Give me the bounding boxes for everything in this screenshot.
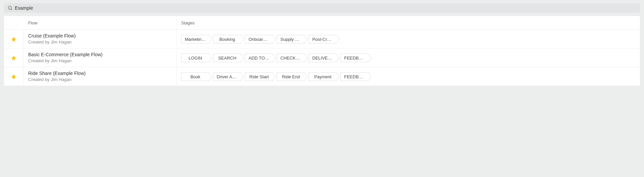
- chevron-right-icon: [336, 54, 339, 62]
- stage-chip[interactable]: FEEDBACK: [340, 72, 371, 81]
- star-icon: [11, 74, 17, 80]
- flow-meta: Created by Jim Hagan: [28, 58, 176, 64]
- stage-chip[interactable]: Booking: [213, 35, 244, 43]
- chevron-right-icon: [209, 72, 212, 81]
- stages-cell: LOGINSEARCHADD TO …CHECKO…DELIVERYFEEDBA…: [176, 49, 640, 67]
- column-flow-label: Flow: [28, 20, 176, 25]
- chevron-right-icon: [304, 72, 307, 81]
- stage-chip[interactable]: Ride End: [277, 72, 307, 81]
- flow-cell[interactable]: Basic E-Commerce (Example Flow)Created b…: [23, 49, 176, 67]
- stage-chip[interactable]: DELIVERY: [309, 54, 339, 62]
- stage-chip[interactable]: Ride Start: [245, 72, 275, 81]
- stage-chip[interactable]: Payment: [309, 72, 339, 81]
- chevron-right-icon: [304, 35, 307, 43]
- stage-chip-label: Marketing …: [181, 35, 209, 43]
- star-cell[interactable]: [4, 30, 23, 48]
- chevron-right-icon: [240, 35, 244, 43]
- stage-chip-label: Onboard …: [245, 35, 272, 43]
- star-icon: [11, 36, 17, 42]
- stage-chip-label: FEEDBACK: [340, 54, 368, 62]
- search-icon: [7, 5, 13, 11]
- stage-chip-label: Ride End: [277, 72, 304, 81]
- table-row[interactable]: Basic E-Commerce (Example Flow)Created b…: [4, 48, 640, 67]
- stage-chip[interactable]: Driver As…: [213, 72, 244, 81]
- stage-chip-label: Supply C…: [277, 35, 304, 43]
- table-header: Flow Stages: [4, 16, 640, 29]
- stage-chip-label: Booking: [213, 35, 240, 43]
- stage-chip-label: DELIVERY: [309, 54, 336, 62]
- chevron-right-icon: [368, 54, 371, 62]
- chevron-right-icon: [209, 35, 212, 43]
- chevron-right-icon: [240, 54, 244, 62]
- stage-chip-label: Book: [181, 72, 209, 81]
- stage-chip-label: LOGIN: [181, 54, 209, 62]
- chevron-right-icon: [272, 54, 275, 62]
- chevron-right-icon: [240, 72, 244, 81]
- chevron-right-icon: [336, 35, 339, 43]
- stage-chip-label: Payment: [309, 72, 336, 81]
- star-cell[interactable]: [4, 49, 23, 67]
- flow-title: Cruise (Example Flow): [28, 33, 176, 39]
- svg-point-0: [8, 6, 11, 9]
- flow-title: Basic E-Commerce (Example Flow): [28, 52, 176, 58]
- stage-chip-label: CHECKO…: [277, 54, 304, 62]
- stage-chip[interactable]: Post-Cruise: [309, 35, 339, 43]
- stage-chip[interactable]: Marketing …: [181, 35, 212, 43]
- flow-cell[interactable]: Ride Share (Example Flow)Created by Jim …: [23, 67, 176, 86]
- chevron-right-icon: [368, 72, 371, 81]
- search-input[interactable]: [15, 5, 637, 11]
- stage-chip[interactable]: LOGIN: [181, 54, 212, 62]
- stage-chip[interactable]: CHECKO…: [277, 54, 307, 62]
- flow-meta: Created by Jim Hagan: [28, 39, 176, 45]
- stages-row: Marketing …BookingOnboard …Supply C…Post…: [181, 35, 339, 43]
- stage-chip[interactable]: SEARCH: [213, 54, 244, 62]
- table-row[interactable]: Cruise (Example Flow)Created by Jim Haga…: [4, 29, 640, 48]
- stage-chip[interactable]: Book: [181, 72, 212, 81]
- chevron-right-icon: [272, 35, 275, 43]
- flows-panel: Flow Stages Cruise (Example Flow)Created…: [4, 16, 640, 86]
- stages-cell: BookDriver As…Ride StartRide EndPaymentF…: [176, 67, 640, 86]
- column-flow-header: Flow: [23, 16, 176, 29]
- table-row[interactable]: Ride Share (Example Flow)Created by Jim …: [4, 67, 640, 86]
- stage-chip-label: Post-Cruise: [309, 35, 336, 43]
- column-stages-label: Stages: [181, 20, 195, 25]
- flow-title: Ride Share (Example Flow): [28, 70, 176, 76]
- stage-chip[interactable]: Onboard …: [245, 35, 275, 43]
- chevron-right-icon: [304, 54, 307, 62]
- stage-chip[interactable]: ADD TO …: [245, 54, 275, 62]
- column-stages-header: Stages: [176, 16, 640, 29]
- stages-row: LOGINSEARCHADD TO …CHECKO…DELIVERYFEEDBA…: [181, 54, 371, 62]
- chevron-right-icon: [272, 72, 275, 81]
- stage-chip-label: ADD TO …: [245, 54, 272, 62]
- star-icon: [11, 55, 17, 61]
- stage-chip-label: Driver As…: [213, 72, 240, 81]
- flow-meta: Created by Jim Hagan: [28, 77, 176, 83]
- stages-cell: Marketing …BookingOnboard …Supply C…Post…: [176, 30, 640, 48]
- stages-row: BookDriver As…Ride StartRide EndPaymentF…: [181, 72, 371, 81]
- search-bar[interactable]: [4, 3, 640, 13]
- flow-cell[interactable]: Cruise (Example Flow)Created by Jim Haga…: [23, 30, 176, 48]
- stage-chip[interactable]: FEEDBACK: [340, 54, 371, 62]
- star-cell[interactable]: [4, 67, 23, 86]
- stage-chip-label: SEARCH: [213, 54, 240, 62]
- stage-chip[interactable]: Supply C…: [277, 35, 307, 43]
- stage-chip-label: Ride Start: [245, 72, 272, 81]
- stage-chip-label: FEEDBACK: [340, 72, 368, 81]
- svg-line-1: [11, 9, 12, 10]
- chevron-right-icon: [336, 72, 339, 81]
- chevron-right-icon: [209, 54, 212, 62]
